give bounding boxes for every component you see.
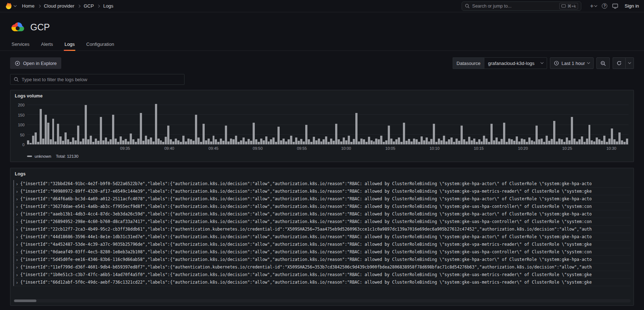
logs-volume-panel-title[interactable]: Logs volume <box>10 90 47 100</box>
refresh-caret-icon <box>628 61 631 64</box>
log-row[interactable]: ›{"insertId":"d64f6a6b-bc3d-4a69-a012-25… <box>13 195 631 203</box>
datasource-select[interactable]: grafanacloud-k3d-logs <box>484 57 547 69</box>
clock-icon <box>554 61 559 66</box>
expand-chevron-icon[interactable]: › <box>15 272 18 277</box>
log-line-text: {"insertId":"0daeaf49-03ff-4ec5-8280-1e8… <box>20 249 630 254</box>
breadcrumb-separator-icon <box>77 4 80 7</box>
sign-in-link[interactable]: Sign in <box>625 3 639 9</box>
legend-total: Total: 12130 <box>56 154 79 158</box>
log-row[interactable]: ›{"insertId":"11ef799d-d36f-4601-9db4-b6… <box>13 263 631 271</box>
log-line-text: {"insertId":"11ef799d-d36f-4601-9db4-b65… <box>20 265 630 270</box>
compass-icon <box>15 61 20 66</box>
expand-chevron-icon[interactable]: › <box>15 189 18 194</box>
legend-series-label[interactable]: unknown <box>35 154 51 158</box>
y-axis: 050100150200 <box>14 102 27 145</box>
x-axis: 09:3509:4009:4509:5009:5510:0010:0510:10… <box>27 146 629 153</box>
expand-chevron-icon[interactable]: › <box>15 204 18 209</box>
expand-chevron-icon[interactable]: › <box>15 265 18 270</box>
expand-chevron-icon[interactable]: › <box>15 182 18 186</box>
horizontal-scrollbar[interactable] <box>13 299 631 302</box>
page-title: GCP <box>30 22 50 32</box>
zoom-out-button[interactable] <box>596 57 610 69</box>
log-line-text: {"insertId":"26894952-298e-4c60-b760-d8c… <box>20 219 630 224</box>
tab-configuration[interactable]: Configuration <box>85 39 115 51</box>
breadcrumb-separator-icon <box>97 4 100 7</box>
expand-chevron-icon[interactable]: › <box>15 242 18 247</box>
page-header: GCP <box>0 12 644 33</box>
breadcrumb-separator-icon <box>37 4 40 7</box>
breadcrumb-item-home[interactable]: Home <box>22 3 35 9</box>
log-line-text: {"insertId":"90980972-89ff-4320-af17-e65… <box>20 189 630 194</box>
log-line-text: {"insertId":"1b0e51c3-c3b7-47fc-a6b5-14a… <box>20 272 630 277</box>
keyboard-shortcut-badge: ⌘+k <box>559 3 578 9</box>
log-line-text: {"insertId":"d64f6a6b-bc3d-4a69-a012-251… <box>20 196 630 201</box>
dashboard-toolbar: Open in Explore Datasource grafanacloud-… <box>10 57 634 69</box>
time-range-caret-icon <box>587 61 590 64</box>
log-row[interactable]: ›{"insertId":"66d12abf-5f0c-49dc-aebf-73… <box>13 279 631 286</box>
grafana-logo-icon <box>5 2 12 10</box>
breadcrumb: Home Cloud provider GCP Logs <box>22 3 114 9</box>
expand-chevron-icon[interactable]: › <box>15 280 18 285</box>
log-row[interactable]: ›{"insertId":"0daeaf49-03ff-4ec5-8280-1e… <box>13 248 631 256</box>
log-row[interactable]: ›{"insertId":"26894952-298e-4c60-b760-d8… <box>13 218 631 226</box>
expand-chevron-icon[interactable]: › <box>15 227 18 232</box>
log-row[interactable]: ›{"insertId":"aaeb13b1-4db3-4cc4-87dc-3e… <box>13 210 631 218</box>
log-row[interactable]: ›{"insertId":"32bbd264-91bc-4e2f-b9f0-5d… <box>13 180 631 188</box>
filter-search-icon <box>14 77 19 82</box>
plus-icon: + <box>590 3 594 9</box>
log-rows-container: ›{"insertId":"32bbd264-91bc-4e2f-b9f0-5d… <box>13 180 631 298</box>
logs-panel-title[interactable]: Logs <box>10 168 634 178</box>
expand-chevron-icon[interactable]: › <box>15 212 18 217</box>
zoom-out-icon <box>600 61 606 66</box>
logs-volume-panel: Logs volume 050100150200 09:3509:4009:45… <box>10 90 634 162</box>
grafana-home-button[interactable] <box>5 2 16 10</box>
add-button[interactable]: + <box>590 3 597 9</box>
expand-chevron-icon[interactable]: › <box>15 235 18 239</box>
plot-area[interactable] <box>27 102 629 145</box>
open-in-explore-button[interactable]: Open in Explore <box>10 57 61 69</box>
news-button[interactable] <box>612 4 618 9</box>
keyboard-icon <box>561 4 566 8</box>
log-line-text: {"insertId":"4a452487-53de-4c39-a37c-903… <box>20 242 630 247</box>
tab-logs[interactable]: Logs <box>64 39 75 51</box>
breadcrumb-item-gcp[interactable]: GCP <box>84 3 94 9</box>
time-range-button[interactable]: Last 1 hour <box>550 57 594 69</box>
scrollbar-thumb[interactable] <box>14 300 36 302</box>
log-row[interactable]: ›{"insertId":"4a452487-53de-4c39-a37c-90… <box>13 241 631 248</box>
log-row[interactable]: ›{"insertId":"44d18686-3596-44e1-8e1e-1d… <box>13 233 631 241</box>
log-line-text: {"insertId":"22cb12f7-2ca3-4b49-95c2-cb3… <box>20 227 630 232</box>
logs-volume-bars <box>27 102 629 144</box>
log-line-text: {"insertId":"5d45d0fe-ee16-4346-83b6-116… <box>20 257 630 262</box>
log-filter-input[interactable] <box>22 77 181 82</box>
breadcrumb-item-logs[interactable]: Logs <box>103 3 113 9</box>
global-search-box[interactable]: ⌘+k <box>462 1 581 11</box>
tab-alerts[interactable]: Alerts <box>40 39 54 51</box>
log-line-text: {"insertId":"66d12abf-5f0c-49dc-aebf-736… <box>20 280 630 285</box>
log-line-text: {"insertId":"3627ddae-e541-4a6b-ab3c-f79… <box>20 204 630 209</box>
log-row[interactable]: ›{"insertId":"1b0e51c3-c3b7-47fc-a6b5-14… <box>13 271 631 279</box>
log-row[interactable]: ›{"insertId":"5d45d0fe-ee16-4346-83b6-11… <box>13 256 631 263</box>
expand-chevron-icon[interactable]: › <box>15 257 18 262</box>
datasource-picker: Datasource grafanacloud-k3d-logs <box>453 57 547 69</box>
global-search-input[interactable] <box>472 4 557 9</box>
log-filter-box[interactable] <box>10 74 185 85</box>
log-line-text: {"insertId":"aaeb13b1-4db3-4cc4-87dc-3eb… <box>20 211 630 217</box>
help-button[interactable]: ? <box>602 3 607 9</box>
datasource-caret-icon <box>541 61 543 64</box>
legend-swatch <box>27 156 32 157</box>
chart-legend: unknown Total: 12130 <box>10 153 634 158</box>
log-row[interactable]: ›{"insertId":"3627ddae-e541-4a6b-ab3c-f7… <box>13 203 631 210</box>
log-row[interactable]: ›{"insertId":"90980972-89ff-4320-af17-e6… <box>13 188 631 195</box>
expand-chevron-icon[interactable]: › <box>15 250 18 254</box>
refresh-split-button <box>613 57 634 69</box>
log-row[interactable]: ›{"insertId":"22cb12f7-2ca3-4b49-95c2-cb… <box>13 226 631 233</box>
monitor-icon <box>612 4 618 9</box>
breadcrumb-item-cloud-provider[interactable]: Cloud provider <box>44 3 75 9</box>
search-icon <box>465 4 470 8</box>
expand-chevron-icon[interactable]: › <box>15 219 18 224</box>
refresh-button[interactable] <box>613 57 625 69</box>
tab-services[interactable]: Services <box>11 39 30 51</box>
expand-chevron-icon[interactable]: › <box>15 197 18 201</box>
logo-caret-icon <box>14 4 17 6</box>
refresh-interval-button[interactable] <box>625 57 634 69</box>
